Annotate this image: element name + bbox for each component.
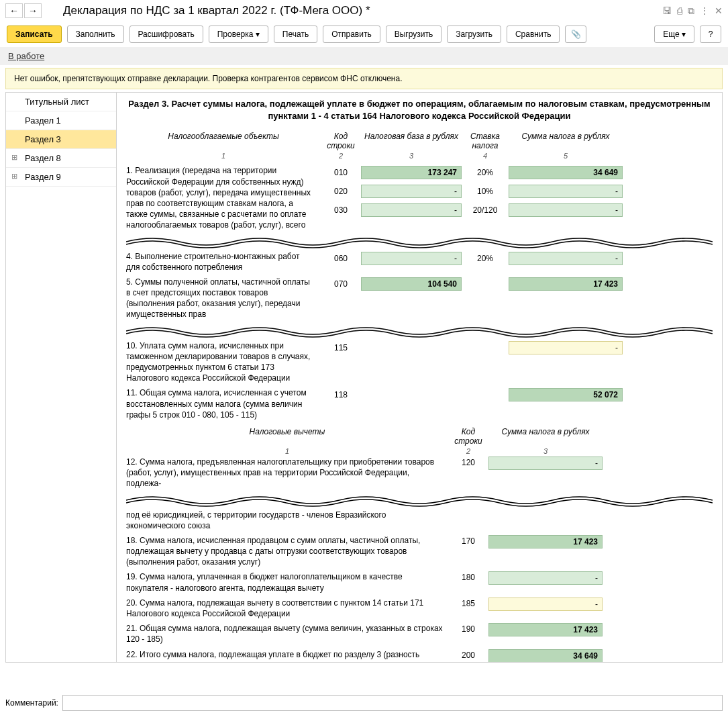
cell-030-tax[interactable]: -: [509, 203, 623, 217]
section-title: Раздел 3. Расчет суммы налога, подлежаще…: [126, 98, 713, 122]
export-button[interactable]: Выгрузить: [386, 26, 442, 43]
cell-020-tax[interactable]: -: [509, 185, 623, 198]
row21-text: 21. Общая сумма налога, подлежащая вычет…: [126, 623, 448, 645]
comment-input[interactable]: [62, 695, 723, 711]
cell-118-tax[interactable]: 52 072: [509, 388, 623, 401]
close-icon[interactable]: ✕: [715, 5, 723, 17]
fill-button[interactable]: Заполнить: [67, 26, 124, 43]
content-area: Раздел 3. Расчет суммы налога, подлежаще…: [117, 93, 722, 662]
header-rate: Ставка налога: [462, 132, 509, 150]
status-link[interactable]: В работе: [8, 51, 44, 61]
cell-030-base[interactable]: -: [361, 203, 462, 217]
row11-text: 11. Общая сумма налога, исчисленная с уч…: [126, 387, 321, 420]
row1-text: 1. Реализация (передача на территории Ро…: [126, 165, 321, 230]
row20-text: 20. Сумма налога, подлежащая вычету в со…: [126, 598, 448, 619]
row10-text: 10. Уплата сумм налога, исчисленных при …: [126, 340, 321, 384]
sidebar-item-section1[interactable]: Раздел 1: [6, 111, 116, 130]
row12-text: 12. Сумма налога, предъявленная налогопл…: [126, 457, 448, 489]
sidebar-item-section8[interactable]: Раздел 8: [6, 149, 116, 168]
cell-060-base[interactable]: -: [361, 252, 462, 265]
nav-back-button[interactable]: ←: [5, 3, 23, 18]
decode-button[interactable]: Расшифровать: [129, 26, 203, 43]
sidebar: Титульный лист Раздел 1 Раздел 3 Раздел …: [6, 93, 117, 662]
sidebar-item-title[interactable]: Титульный лист: [6, 93, 116, 111]
cell-070-base[interactable]: 104 540: [361, 277, 462, 291]
row5-text: 5. Суммы полученной оплаты, частичной оп…: [126, 277, 321, 320]
write-button[interactable]: Записать: [7, 26, 62, 43]
cell-190-tax[interactable]: 17 423: [488, 623, 603, 636]
compare-button[interactable]: Сравнить: [507, 26, 560, 43]
cell-070-tax[interactable]: 17 423: [509, 277, 623, 291]
row17-text: под её юрисдикцией, с территории государ…: [126, 510, 448, 531]
cell-200-tax[interactable]: 34 649: [488, 649, 603, 662]
window-title: Декларация по НДС за 1 квартал 2022 г. (…: [63, 4, 662, 17]
sidebar-item-section3[interactable]: Раздел 3: [6, 130, 116, 149]
preview-icon[interactable]: ⧉: [688, 5, 694, 17]
cell-020-base[interactable]: -: [361, 185, 462, 198]
send-button[interactable]: Отправить: [323, 26, 380, 43]
cell-115-tax[interactable]: -: [509, 341, 623, 354]
info-bar: Нет ошибок, препятствующих отправке декл…: [5, 68, 723, 89]
cell-180-tax[interactable]: -: [488, 571, 603, 585]
header-tax: Сумма налога в рублях: [509, 132, 623, 150]
menu-icon[interactable]: ⋮: [700, 5, 709, 17]
row22-text: 22. Итого сумма налога, подлежащая уплат…: [126, 649, 448, 662]
comment-label: Комментарий:: [5, 698, 58, 708]
save-icon[interactable]: 🖫: [662, 5, 672, 17]
print-button[interactable]: Печать: [274, 26, 317, 43]
row19-text: 19. Сумма налога, уплаченная в бюджет на…: [126, 571, 448, 593]
cell-060-tax[interactable]: -: [509, 252, 623, 265]
cell-010-base[interactable]: 173 247: [361, 166, 462, 179]
cell-010-tax[interactable]: 34 649: [509, 166, 623, 179]
header-base: Налоговая база в рублях: [361, 132, 462, 150]
attach-button[interactable]: 📎: [565, 26, 586, 43]
cell-120-tax[interactable]: -: [488, 457, 603, 470]
row4-text: 4. Выполнение строительно-монтажных рабо…: [126, 251, 321, 273]
cell-185-tax[interactable]: -: [488, 598, 603, 611]
more-button[interactable]: Еще ▾: [654, 26, 694, 43]
help-button[interactable]: ?: [700, 26, 721, 43]
import-button[interactable]: Загрузить: [447, 26, 501, 43]
print-icon[interactable]: ⎙: [677, 5, 682, 17]
header-objects: Налогооблагаемые объекты: [126, 132, 321, 150]
header-deductions: Налоговые вычеты: [126, 427, 448, 446]
row18-text: 18. Сумма налога, исчисленная продавцом …: [126, 535, 448, 568]
header-code: Код строки: [321, 132, 361, 150]
sidebar-item-section9[interactable]: Раздел 9: [6, 168, 116, 187]
nav-forward-button[interactable]: →: [24, 3, 42, 18]
cell-170-tax[interactable]: 17 423: [488, 535, 603, 549]
check-button[interactable]: Проверка ▾: [209, 26, 268, 43]
